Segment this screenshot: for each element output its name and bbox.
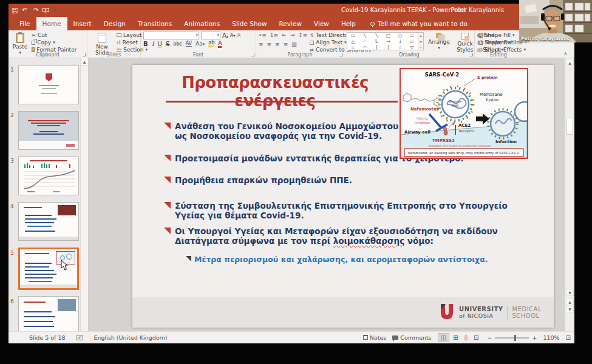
- powerpoint-window: ↶▾ ↷ ▾ Covid-19 Karayiannis TEPAK - Powe…: [9, 4, 574, 343]
- scroll-up-icon[interactable]: ▲: [566, 59, 574, 66]
- bullets-icon[interactable]: •≡: [259, 32, 267, 38]
- numbering-icon[interactable]: 1≡: [270, 32, 278, 38]
- line-spacing-icon[interactable]: ↕≡: [298, 32, 307, 38]
- columns-icon[interactable]: ▥: [291, 41, 297, 47]
- clipboard-dialog-launcher[interactable]: [83, 53, 86, 56]
- sub-bullet[interactable]: Μέτρα περιορισμού και χαλάρωσης, και αερ…: [186, 255, 488, 264]
- bullet-5[interactable]: Οι Υπουργοί Υγείας και Μεταφορών είχαν ε…: [164, 226, 530, 246]
- thumbnail-scroll-up-icon[interactable]: ▲: [81, 58, 88, 66]
- align-center-icon[interactable]: ≡: [267, 41, 272, 47]
- replace-button[interactable]: abReplace▾: [477, 39, 511, 46]
- thumbnail-scrollbar[interactable]: ▲: [80, 58, 88, 331]
- tab-transitions[interactable]: Transitions: [132, 17, 178, 30]
- university-logo: UNIVERSITY of NICOSIA MEDICAL SCHOOL: [439, 303, 542, 322]
- change-case-button[interactable]: Aa▾: [196, 41, 205, 47]
- undo-icon[interactable]: ↶▾: [22, 7, 29, 13]
- align-right-icon[interactable]: ≡: [275, 41, 280, 47]
- previous-slide-button[interactable]: ▲: [566, 298, 574, 305]
- reset-icon: ↺: [117, 40, 121, 46]
- slide-thumbnail-3[interactable]: [18, 157, 79, 195]
- underline-button[interactable]: U: [158, 41, 162, 47]
- drawing-dialog-launcher[interactable]: [470, 53, 473, 56]
- normal-view-button[interactable]: ◫: [438, 333, 449, 342]
- bullet-marker-icon: [164, 123, 171, 129]
- tab-file[interactable]: File: [13, 17, 36, 30]
- bullet-4[interactable]: Σύσταση της Συμβουλευτικής Επιστημονικής…: [164, 201, 530, 220]
- tab-review[interactable]: Review: [273, 17, 308, 30]
- save-icon[interactable]: [12, 8, 18, 13]
- sars-cov2-figure[interactable]: Genome RNA SARS-CoV-2 S protein Membrane…: [400, 68, 528, 159]
- paragraph-dialog-launcher[interactable]: [339, 53, 342, 56]
- cut-button[interactable]: ✂Cut: [32, 32, 77, 38]
- zoom-out-button[interactable]: −: [488, 334, 492, 341]
- italic-button[interactable]: I: [152, 41, 154, 47]
- tab-view[interactable]: View: [308, 17, 335, 30]
- indent-decrease-icon[interactable]: ⇤: [282, 32, 287, 38]
- bullet-1[interactable]: Ανάθεση του Γενικού Νοσοκομείου Αμμοχώστ…: [164, 121, 406, 141]
- quick-styles-button[interactable]: Quick Styles: [454, 32, 476, 53]
- redo-icon[interactable]: ↷: [33, 7, 38, 13]
- spellcheck-icon[interactable]: ✓: [77, 335, 83, 340]
- copy-button[interactable]: Copy▾: [32, 39, 77, 46]
- shapes-gallery[interactable]: ▭╲╲□○▭ △⌐L→↓▱ ☆◠()☆▽: [347, 32, 418, 50]
- shapes-gallery-scroll[interactable]: ▴▾▿: [418, 32, 424, 50]
- ribbon: Paste ▾ ✂Cut Copy▾ Format Painter Clipbo…: [9, 30, 574, 58]
- slideshow-view-button[interactable]: ⊡: [471, 334, 481, 342]
- slide-thumbnail-4[interactable]: [18, 202, 79, 241]
- shrink-font-button[interactable]: A▾: [230, 33, 236, 38]
- scroll-down-icon[interactable]: ▼: [566, 289, 574, 296]
- align-left-icon[interactable]: ≡: [259, 41, 264, 47]
- tab-animations[interactable]: Animations: [178, 17, 226, 30]
- slide-sorter-view-button[interactable]: ⊞: [451, 334, 460, 342]
- reading-view-button[interactable]: ▯: [462, 334, 471, 342]
- char-spacing-button[interactable]: AV: [186, 41, 192, 47]
- customize-qat-icon[interactable]: ▾: [53, 8, 56, 13]
- slide-thumbnail-1[interactable]: [18, 66, 79, 104]
- tmprss2-label: TMPRSS2: [432, 138, 455, 143]
- font-name-combo[interactable]: [143, 32, 199, 39]
- fit-slide-to-window-button[interactable]: ⊡: [566, 334, 571, 341]
- arrange-button[interactable]: Arrange ▾: [426, 32, 452, 51]
- bullet-3[interactable]: Προμήθεια επαρκών προμηθειών ΠΠΕ.: [164, 175, 352, 185]
- zoom-level[interactable]: 110%: [543, 334, 559, 341]
- notes-button[interactable]: Notes: [363, 334, 386, 341]
- editor-scrollbar[interactable]: ▲ ▼ ▲ ▼: [565, 58, 574, 331]
- next-slide-button[interactable]: ▼: [566, 306, 574, 312]
- slide-thumbnail-6[interactable]: [18, 296, 79, 331]
- slide-thumbnail-5-selected[interactable]: [18, 248, 79, 290]
- font-size-combo[interactable]: [201, 32, 220, 39]
- zoom-slider[interactable]: [495, 337, 529, 339]
- font-dialog-launcher[interactable]: [251, 53, 254, 56]
- tab-design[interactable]: Design: [98, 17, 132, 30]
- zoom-in-button[interactable]: +: [532, 334, 537, 341]
- strike-abc-button[interactable]: abc: [173, 41, 182, 47]
- indent-increase-icon[interactable]: ⇥: [290, 32, 295, 38]
- justify-icon[interactable]: ≡: [284, 41, 288, 47]
- slide-thumbnail-2[interactable]: [18, 111, 79, 150]
- clear-formatting-button[interactable]: A̷: [237, 32, 240, 38]
- slide-title[interactable]: Προπαρασκευαστικές ενέργειες: [145, 73, 406, 110]
- font-color-button[interactable]: A: [218, 40, 222, 48]
- section-icon: [117, 49, 121, 52]
- comments-button[interactable]: Comments: [392, 334, 432, 341]
- strikethrough-button[interactable]: S: [166, 41, 169, 47]
- tab-help[interactable]: Help: [335, 17, 362, 30]
- find-button[interactable]: Find: [477, 32, 511, 38]
- ribbon-group-font: A▴ A▾ A̷ B I U S abc AV Aa▾ ab A: [141, 30, 256, 58]
- start-slideshow-icon[interactable]: [43, 8, 49, 13]
- tab-home[interactable]: Home: [36, 17, 67, 30]
- presenter-video-tile[interactable]: Petros Karayiannis: [519, 0, 592, 42]
- thumbnail-number-3: 3: [10, 158, 18, 164]
- slide-number-indicator[interactable]: Slide 5 of 18: [29, 334, 66, 341]
- grow-font-button[interactable]: A▴: [222, 32, 228, 39]
- language-indicator[interactable]: English (United Kingdom): [94, 334, 168, 341]
- zoom-slider-thumb[interactable]: [514, 335, 516, 341]
- highlight-color-button[interactable]: ab: [208, 40, 214, 47]
- tab-slideshow[interactable]: Slide Show: [226, 17, 273, 30]
- collapse-ribbon-icon[interactable]: ∧: [563, 51, 567, 56]
- tell-me-box[interactable]: Tell me what you want to do: [370, 17, 468, 30]
- bold-button[interactable]: B: [143, 41, 148, 47]
- slide-canvas[interactable]: Προπαρασκευαστικές ενέργειες: [132, 65, 554, 328]
- tab-insert[interactable]: Insert: [67, 17, 98, 30]
- scrollbar-thumb[interactable]: [566, 118, 573, 135]
